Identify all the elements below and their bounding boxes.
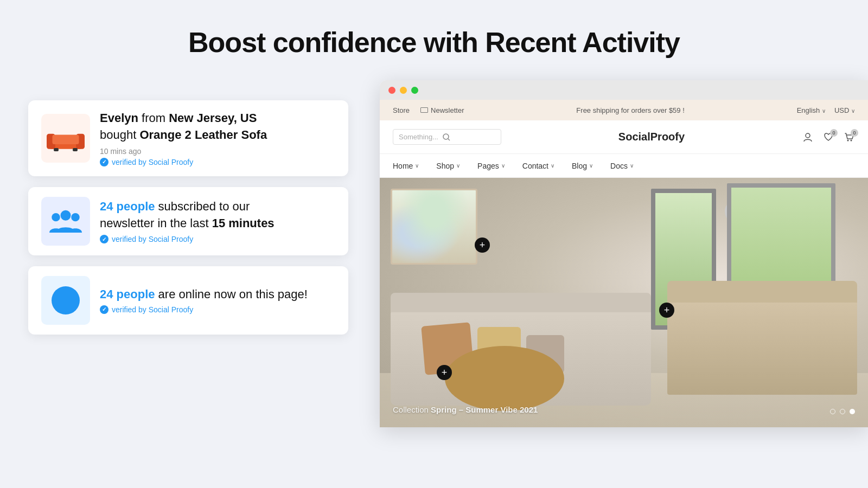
language-selector[interactable]: English ∨	[797, 106, 826, 114]
slider-dot-2[interactable]	[840, 409, 845, 414]
subscribed-text2: newsletter in the last	[100, 216, 212, 230]
subscribed-text1: subscribed to our	[158, 200, 250, 213]
from-text: from	[142, 111, 169, 125]
newsletter-label: Newsletter	[431, 106, 464, 114]
store-link[interactable]: Store	[393, 106, 410, 114]
browser-titlebar	[380, 80, 868, 100]
product-name: Orange 2 Leather Sofa	[139, 128, 267, 142]
svg-point-12	[847, 139, 849, 141]
sofa-icon	[47, 125, 85, 152]
verified-text-3: verified by Social Proofy	[112, 305, 193, 314]
menu-blog[interactable]: Blog ∨	[572, 162, 593, 170]
newsletter-link[interactable]: Newsletter	[420, 106, 464, 114]
bought-text: bought	[100, 128, 139, 142]
shop-search[interactable]: Something...	[393, 129, 501, 145]
currency-selector[interactable]: USD ∨	[834, 106, 855, 114]
svg-rect-5	[73, 148, 78, 151]
blog-chevron: ∨	[589, 163, 593, 169]
hero-table	[445, 346, 564, 411]
browser-minimize-btn[interactable]	[400, 87, 407, 94]
cart-icon[interactable]: 0	[843, 131, 855, 143]
hero-sofa-right	[667, 297, 857, 395]
browser-content: Store Newsletter Free shipping for order…	[380, 100, 868, 427]
hotspot-2[interactable]: +	[659, 303, 674, 318]
slider-dot-1[interactable]	[830, 409, 835, 414]
browser-maximize-btn[interactable]	[411, 87, 418, 94]
wishlist-icon[interactable]: 0	[822, 131, 834, 143]
online-text: 24 people are online now on this page! ✓…	[100, 286, 335, 314]
verified-check-icon: ✓	[100, 158, 108, 166]
search-placeholder-text: Something...	[399, 133, 438, 141]
language-label: English	[797, 106, 820, 114]
subscribers-notification: 24 people subscribed to our newsletter i…	[28, 187, 348, 255]
online-desc: are online now on this page!	[158, 287, 308, 301]
account-icon[interactable]	[802, 131, 814, 143]
slider-dots	[830, 409, 855, 414]
browser-mockup: Store Newsletter Free shipping for order…	[380, 80, 868, 427]
menu-home-label: Home	[393, 162, 413, 170]
user-icon	[802, 132, 813, 143]
browser-close-btn[interactable]	[388, 87, 395, 94]
mail-icon	[420, 107, 428, 113]
online-icon-wrap	[41, 276, 90, 325]
currency-label: USD	[834, 106, 849, 114]
hotspot-1[interactable]: +	[475, 237, 490, 253]
page-heading: Boost confidence with Recent Activity	[0, 0, 868, 80]
search-icon	[443, 133, 450, 141]
cart-badge: 0	[851, 129, 858, 137]
artwork-inner	[392, 190, 476, 263]
shop-hero: + + + Collection Spring – Summer Vibe 20…	[380, 178, 868, 427]
svg-point-8	[71, 213, 79, 221]
shop-chevron: ∨	[456, 163, 460, 169]
buyer-name: Evelyn	[100, 111, 138, 125]
menu-shop-label: Shop	[436, 162, 454, 170]
shop-icons: 0 0	[802, 131, 855, 143]
menu-docs[interactable]: Docs ∨	[610, 162, 634, 170]
slider-dot-3[interactable]	[850, 409, 855, 414]
svg-rect-4	[54, 148, 59, 151]
menu-home[interactable]: Home ∨	[393, 162, 419, 170]
svg-point-9	[443, 134, 449, 139]
online-dot-icon	[52, 286, 80, 314]
subscribe-duration: 15 minutes	[212, 216, 275, 230]
svg-point-13	[851, 139, 852, 141]
sofa-icon-wrap	[41, 114, 90, 163]
online-count: 24 people	[100, 287, 155, 301]
wishlist-badge: 0	[830, 129, 838, 137]
caption-prefix: Collection	[393, 405, 431, 414]
shop-top-left: Store Newsletter	[393, 106, 464, 114]
svg-point-6	[61, 210, 71, 221]
people-icon	[49, 206, 82, 236]
menu-pages[interactable]: Pages ∨	[477, 162, 505, 170]
lang-usd: English ∨ USD ∨	[797, 106, 855, 114]
verified-check-icon-3: ✓	[100, 305, 108, 314]
hotspot-3[interactable]: +	[437, 365, 452, 380]
online-verified: ✓ verified by Social Proofy	[100, 305, 335, 314]
purchase-verified: ✓ verified by Social Proofy	[100, 158, 335, 166]
contact-chevron: ∨	[551, 163, 554, 169]
shop-top-bar: Store Newsletter Free shipping for order…	[380, 100, 868, 120]
buyer-location: New Jersey, US	[169, 111, 257, 125]
shop-menu: Home ∨ Shop ∨ Pages ∨ Contact ∨ Blog ∨ D…	[380, 154, 868, 178]
verified-text-2: verified by Social Proofy	[112, 235, 193, 243]
online-notification: 24 people are online now on this page! ✓…	[28, 266, 348, 335]
free-shipping-text: Free shipping for orders over $59 !	[475, 106, 786, 114]
language-chevron: ∨	[822, 108, 826, 114]
hero-caption: Collection Spring – Summer Vibe 2021	[393, 405, 538, 414]
menu-contact-label: Contact	[522, 162, 548, 170]
menu-shop[interactable]: Shop ∨	[436, 162, 460, 170]
people-icon-wrap	[41, 197, 90, 246]
docs-chevron: ∨	[630, 163, 634, 169]
pages-chevron: ∨	[501, 163, 505, 169]
menu-docs-label: Docs	[610, 162, 628, 170]
menu-blog-label: Blog	[572, 162, 587, 170]
shop-logo: SocialProofy	[510, 131, 793, 143]
shop-nav-bar: Something... SocialProofy	[380, 120, 868, 154]
subscriber-count: 24 people	[100, 200, 155, 213]
home-chevron: ∨	[415, 163, 419, 169]
svg-point-7	[52, 213, 60, 221]
verified-check-icon-2: ✓	[100, 235, 108, 243]
menu-contact[interactable]: Contact ∨	[522, 162, 554, 170]
svg-rect-3	[53, 134, 79, 144]
currency-chevron: ∨	[851, 108, 855, 114]
